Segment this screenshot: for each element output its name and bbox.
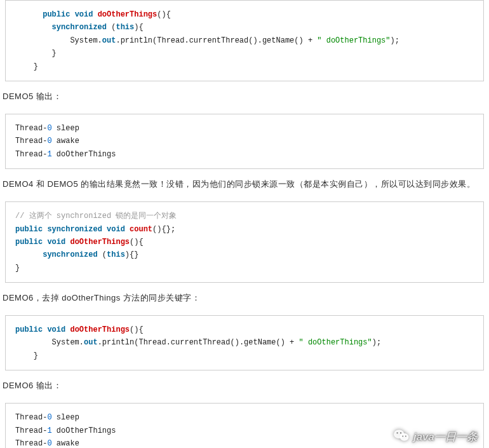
code-block-5: Thread-0 sleep Thread-1 doOtherThings Th… [5, 403, 484, 448]
code-line: } [15, 264, 20, 273]
output-line: Thread-0 sleep [15, 124, 79, 133]
code-line: public void doOtherThings(){ [15, 325, 144, 334]
paragraph-demo6-output-label: DEMO6 输出： [3, 380, 489, 391]
code-block-1: public void doOtherThings(){ synchronize… [5, 0, 484, 81]
code-line: public synchronized void count(){}; [15, 225, 175, 234]
code-line: } [15, 351, 38, 360]
paragraph-demo6-label: DEMO6，去掉 doOtherThings 方法的同步关键字： [3, 292, 489, 304]
code-line: } [15, 62, 38, 71]
code-line: synchronized (this){ [15, 23, 144, 32]
output-line: Thread-1 doOtherThings [15, 150, 116, 159]
code-line: System.out.println(Thread.currentThread(… [15, 36, 399, 45]
code-line: } [15, 49, 57, 58]
code-block-3: // 这两个 synchronized 锁的是同一个对象 public sync… [5, 201, 484, 283]
paragraph-explanation: DEMO4 和 DEMO5 的输出结果竟然一致！没错，因为他们的同步锁来源一致（… [3, 179, 489, 190]
output-line: Thread-0 awake [15, 439, 79, 448]
code-line: public void doOtherThings(){ [15, 10, 171, 19]
code-line: public void doOtherThings(){ [15, 238, 144, 247]
paragraph-demo5-output-label: DEMO5 输出： [3, 91, 489, 102]
output-line: Thread-0 sleep [15, 413, 79, 422]
output-line: Thread-0 awake [15, 137, 79, 146]
code-comment: // 这两个 synchronized 锁的是同一个对象 [15, 212, 177, 221]
code-line: synchronized (this){} [15, 250, 138, 259]
code-line: System.out.println(Thread.currentThread(… [15, 338, 381, 347]
code-block-2: Thread-0 sleep Thread-0 awake Thread-1 d… [5, 114, 484, 169]
code-block-4: public void doOtherThings(){ System.out.… [5, 315, 484, 370]
output-line: Thread-1 doOtherThings [15, 426, 116, 435]
